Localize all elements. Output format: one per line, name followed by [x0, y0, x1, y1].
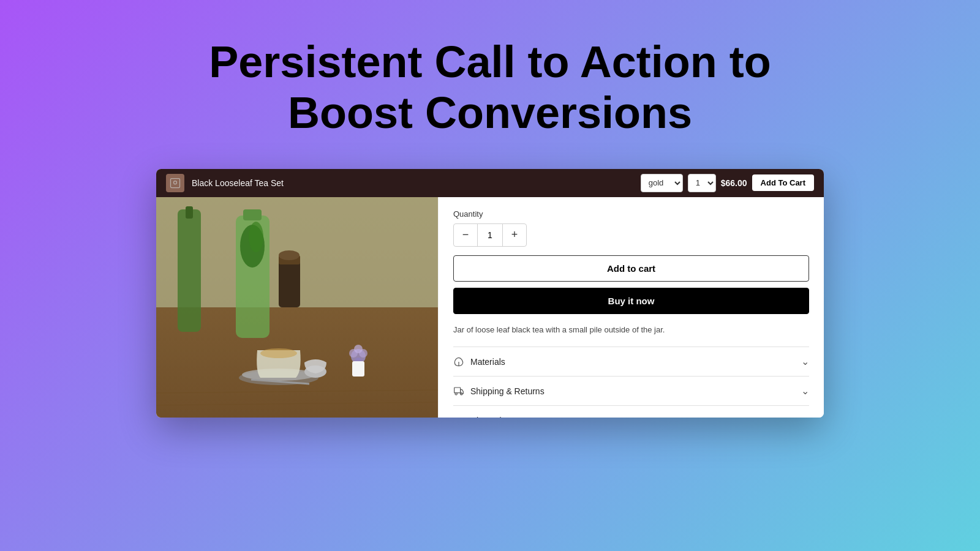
accordion-materials[interactable]: Materials ⌄	[453, 347, 809, 376]
product-description: Jar of loose leaf black tea with a small…	[453, 324, 809, 336]
svg-rect-8	[243, 209, 262, 220]
leaf-icon	[453, 356, 464, 367]
svg-rect-28	[454, 388, 461, 393]
sticky-product-name: Black Looseleaf Tea Set	[192, 178, 633, 188]
product-window: Black Looseleaf Tea Set gold silver blac…	[156, 169, 824, 418]
product-details: Quantity − 1 + Add to cart Buy it now Ja…	[438, 197, 824, 418]
shipping-label: Shipping & Returns	[470, 386, 545, 396]
accordion-dimensions[interactable]: Dimensions ⌄	[453, 405, 809, 418]
sticky-product-thumbnail	[166, 174, 184, 192]
svg-point-16	[260, 348, 297, 358]
shipping-chevron: ⌄	[801, 385, 809, 397]
truck-icon	[453, 386, 464, 397]
dimensions-label: Dimensions	[470, 416, 515, 418]
svg-rect-0	[171, 178, 180, 187]
accordion-shipping[interactable]: Shipping & Returns ⌄	[453, 376, 809, 405]
materials-label: Materials	[470, 357, 505, 367]
add-to-cart-button[interactable]: Add to cart	[453, 255, 809, 282]
sticky-controls: gold silver black 1 2 3 $66.00 Add To Ca…	[641, 174, 814, 192]
headline-line2: Boost Conversions	[288, 88, 692, 137]
svg-point-22	[354, 345, 363, 353]
quantity-increase-button[interactable]: +	[503, 224, 526, 246]
buy-now-button[interactable]: Buy it now	[453, 288, 809, 314]
sticky-color-select[interactable]: gold silver black	[641, 174, 683, 192]
svg-rect-24	[352, 361, 364, 377]
dimensions-chevron: ⌄	[801, 414, 809, 418]
sticky-price: $66.00	[721, 178, 747, 188]
sticky-bar: Black Looseleaf Tea Set gold silver blac…	[156, 169, 824, 197]
product-area: Quantity − 1 + Add to cart Buy it now Ja…	[156, 197, 824, 418]
sticky-quantity-select[interactable]: 1 2 3	[688, 174, 716, 192]
svg-rect-5	[178, 209, 201, 332]
headline: Persistent Call to Action to Boost Conve…	[209, 37, 771, 138]
svg-point-13	[279, 250, 300, 260]
quantity-controls: − 1 +	[453, 223, 527, 247]
product-image	[156, 197, 438, 418]
headline-line1: Persistent Call to Action to	[209, 37, 771, 86]
svg-point-10	[249, 222, 263, 252]
svg-point-1	[174, 181, 177, 184]
svg-rect-11	[279, 258, 300, 307]
sticky-add-to-cart-button[interactable]: Add To Cart	[752, 174, 814, 191]
materials-chevron: ⌄	[801, 356, 809, 367]
ruler-icon	[453, 415, 464, 418]
svg-rect-6	[186, 206, 193, 219]
product-image-container	[156, 197, 438, 418]
quantity-value: 1	[477, 224, 503, 246]
quantity-decrease-button[interactable]: −	[454, 224, 477, 246]
quantity-label: Quantity	[453, 209, 809, 219]
svg-point-29	[455, 392, 457, 394]
